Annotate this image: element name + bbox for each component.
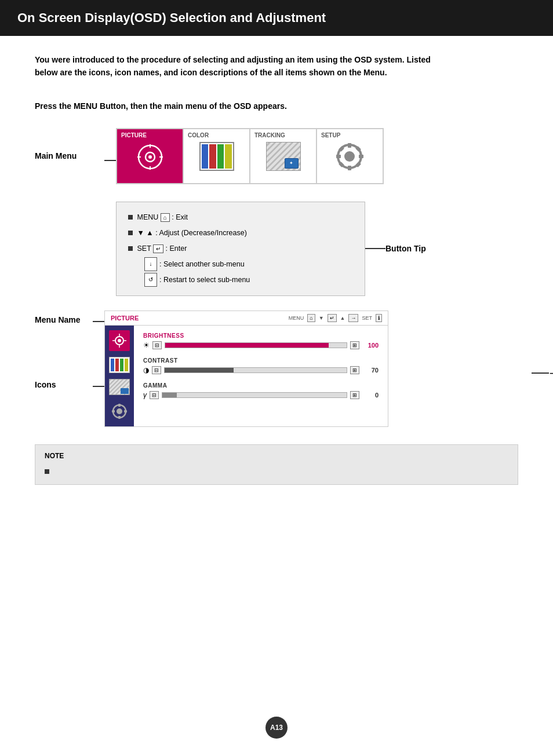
tracking-icon: ✦ — [266, 142, 301, 171]
osd-sidebar — [105, 326, 134, 426]
note-section: NOTE — [35, 444, 518, 485]
gamma-minus: ⊟ — [150, 391, 159, 399]
bullet1 — [128, 215, 133, 220]
svg-rect-26 — [118, 416, 121, 419]
svg-point-2 — [148, 155, 152, 159]
contrast-icon: ◑ — [143, 366, 149, 374]
tab-color[interactable]: COLOR — [183, 129, 250, 184]
tip-arrows: ▼ ▲ : Adjust (Decrease/Increase) — [135, 226, 247, 240]
button-tip-label: Button Tip — [385, 244, 426, 253]
tab-tracking-label: TRACKING — [254, 132, 285, 138]
tip-sub1: : Select another sub-menu — [159, 257, 245, 272]
sub-icon-down: ↓ — [144, 257, 157, 271]
osd-body: BRIGHTNESS ☀ ⊟ ⊞ 100 CONT — [105, 326, 388, 426]
intro-paragraph2: Press the MENU Button, then the main men… — [35, 101, 518, 111]
tab-picture-label: PICTURE — [121, 132, 147, 138]
gamma-row: GAMMA γ ⊟ ⊞ 0 — [143, 382, 379, 399]
sidebar-setup-icon — [109, 401, 130, 422]
brightness-plus: ⊞ — [350, 341, 359, 349]
tab-setup-label: SETUP — [321, 132, 340, 138]
sidebar-tracking-icon — [109, 379, 130, 395]
svg-point-24 — [117, 408, 122, 414]
tab-picture[interactable]: PICTURE — [117, 129, 183, 184]
contrast-track — [164, 367, 347, 373]
sub-menus-label: —Sub-menus — [550, 368, 553, 378]
menu-name-label: Menu Name — [35, 311, 104, 324]
tip-menu: MENU ⌂ : Exit — [135, 210, 188, 225]
button-tip-connector — [365, 248, 385, 249]
svg-rect-9 — [348, 143, 351, 148]
sub-menus-group: —Sub-menus — [532, 368, 553, 378]
gamma-value: 0 — [362, 392, 379, 399]
button-tip-section: MENU ⌂ : Exit ▼ ▲ : Adjust (Decrease/Inc… — [35, 202, 518, 296]
osd-menu-name: PICTURE — [111, 315, 139, 322]
main-menu-connector — [104, 160, 116, 161]
osd-title-bar: PICTURE MENU ⌂ ▼ ↵ ▲ → SET ℹ — [105, 311, 388, 326]
icons-connector — [93, 386, 104, 387]
contrast-value: 70 — [362, 367, 379, 374]
sidebar-color-icon — [109, 357, 130, 373]
bullet3 — [128, 246, 133, 251]
sub-menus-connector — [532, 372, 549, 374]
page-number: A13 — [265, 717, 288, 739]
brightness-track — [165, 342, 347, 348]
tab-color-label: COLOR — [188, 132, 209, 138]
svg-rect-11 — [336, 155, 341, 158]
contrast-plus: ⊞ — [350, 366, 359, 374]
gamma-plus: ⊞ — [350, 391, 359, 399]
sidebar-brightness-icon — [109, 330, 130, 351]
svg-rect-10 — [348, 166, 351, 170]
osd-main-content: BRIGHTNESS ☀ ⊟ ⊞ 100 CONT — [134, 326, 388, 426]
nav-menu-icon: ⌂ — [307, 314, 315, 322]
note-title: NOTE — [45, 452, 508, 460]
svg-rect-27 — [112, 410, 115, 412]
sub-icon-restart: ↺ — [144, 273, 157, 287]
note-bullet — [45, 469, 49, 474]
page-header: On Screen Display(OSD) Selection and Adj… — [0, 0, 553, 36]
tab-tracking[interactable]: TRACKING ✦ — [250, 129, 316, 184]
gamma-icon: γ — [143, 391, 147, 399]
nav-down: ▼ — [319, 315, 324, 321]
nav-set-icon: ℹ — [376, 314, 382, 322]
contrast-row: CONTRAST ◑ ⊟ ⊞ 70 — [143, 357, 379, 374]
bullet2 — [128, 231, 133, 235]
page-title: On Screen Display(OSD) Selection and Adj… — [17, 10, 326, 25]
nav-set: SET — [362, 315, 372, 321]
intro-paragraph1: You were introduced to the procedure of … — [35, 53, 441, 79]
menu-name-connector — [93, 321, 104, 322]
osd-detail-panel: PICTURE MENU ⌂ ▼ ↵ ▲ → SET ℹ — [104, 311, 388, 427]
icons-label: Icons — [35, 380, 56, 389]
brightness-minus: ⊟ — [152, 341, 162, 349]
brightness-sun-icon: ☀ — [143, 341, 150, 349]
svg-point-8 — [344, 151, 355, 162]
tab-setup[interactable]: SETUP — [316, 129, 383, 184]
svg-rect-25 — [118, 404, 121, 407]
tip-set: SET ↵ : Enter — [135, 242, 187, 256]
setup-icon — [334, 141, 366, 175]
menu-detail-section: Menu Name Icons PICTURE MENU ⌂ ▼ ↵ ▲ → S… — [35, 311, 518, 427]
button-tip-box: MENU ⌂ : Exit ▼ ▲ : Adjust (Decrease/Inc… — [116, 202, 365, 296]
nav-menu: MENU — [289, 315, 304, 321]
gamma-track — [162, 392, 347, 398]
svg-rect-28 — [124, 410, 127, 412]
brightness-row: BRIGHTNESS ☀ ⊟ ⊞ 100 — [143, 333, 379, 349]
svg-point-18 — [118, 339, 121, 342]
nav-up: ▲ — [340, 315, 345, 321]
contrast-minus: ⊟ — [152, 366, 161, 374]
main-menu-label: Main Menu — [35, 128, 104, 160]
tip-sub2: : Restart to select sub-menu — [159, 273, 250, 287]
picture-icon — [135, 142, 165, 172]
svg-rect-12 — [359, 155, 363, 158]
nav-down-icon: ↵ — [328, 314, 337, 322]
osd-menu-tabs: PICTURE — [116, 128, 384, 184]
color-icon — [199, 142, 234, 171]
nav-right-icon: → — [348, 314, 358, 322]
brightness-value: 100 — [362, 342, 379, 349]
